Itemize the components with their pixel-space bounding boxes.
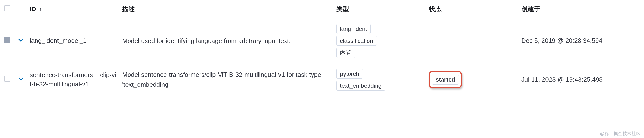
column-header-id[interactable]: ID ↑ <box>27 0 119 18</box>
model-description: Model sentence-transformers/clip-ViT-B-3… <box>119 63 334 96</box>
chevron-down-icon[interactable] <box>18 36 24 43</box>
column-type-label: 类型 <box>336 5 349 13</box>
type-badge: pytorch <box>336 69 363 79</box>
column-created-label: 创建于 <box>521 5 540 13</box>
type-badge: 内置 <box>336 48 355 58</box>
table-row: lang_ident_model_1Model used for identif… <box>0 18 644 63</box>
sort-ascending-icon: ↑ <box>39 6 42 12</box>
column-header-status[interactable]: 状态 <box>426 0 518 18</box>
column-description-label: 描述 <box>122 5 135 13</box>
chevron-down-icon[interactable] <box>18 75 24 82</box>
model-id: sentence-transformers__clip-vit-b-32-mul… <box>27 63 119 96</box>
type-badge: text_embedding <box>336 81 385 91</box>
type-badge: classification <box>336 36 377 46</box>
column-id-label: ID <box>30 5 36 13</box>
model-types: lang_identclassification内置 <box>334 18 426 63</box>
model-types: pytorchtext_embedding <box>334 63 426 96</box>
model-id: lang_ident_model_1 <box>27 18 119 63</box>
row-checkbox[interactable] <box>4 76 10 82</box>
model-created-at: Jul 11, 2023 @ 19:43:25.498 <box>518 63 644 96</box>
column-status-label: 状态 <box>429 5 442 13</box>
model-description: Model used for identifying language from… <box>119 18 334 63</box>
row-checkbox[interactable] <box>4 37 10 43</box>
model-created-at: Dec 5, 2019 @ 20:28:34.594 <box>518 18 644 63</box>
type-badge: lang_ident <box>336 24 371 34</box>
table-row: sentence-transformers__clip-vit-b-32-mul… <box>0 63 644 96</box>
status-badge: started <box>432 75 459 85</box>
models-table: ID ↑ 描述 类型 状态 创建于 操作 lang_ident_model_1M… <box>0 0 644 96</box>
model-status: started <box>426 63 518 96</box>
column-header-description[interactable]: 描述 <box>119 0 334 18</box>
select-all-checkbox[interactable] <box>4 5 10 11</box>
column-header-type[interactable]: 类型 <box>334 0 426 18</box>
table-header-row: ID ↑ 描述 类型 状态 创建于 操作 <box>0 0 644 18</box>
column-header-created[interactable]: 创建于 <box>518 0 644 18</box>
status-highlight-annotation: started <box>429 71 462 88</box>
model-status <box>426 18 518 63</box>
